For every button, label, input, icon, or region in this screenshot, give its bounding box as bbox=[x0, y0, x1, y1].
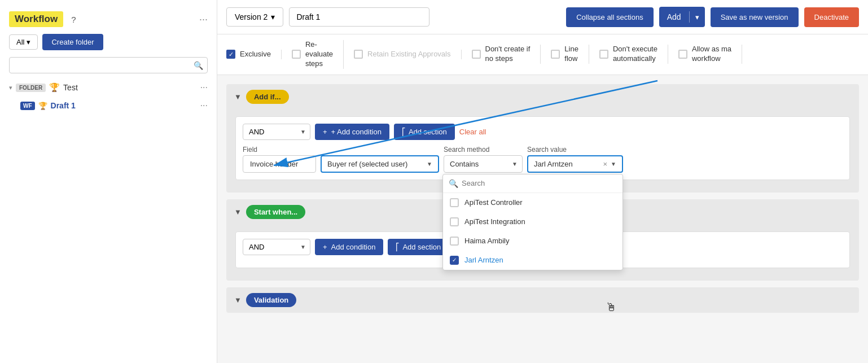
section-icon: ⎡ bbox=[402, 128, 406, 136]
add-button[interactable]: Add bbox=[659, 7, 689, 27]
add-if-section: ▼ Add if... AND OR bbox=[226, 84, 859, 193]
and-select-2[interactable]: AND OR bbox=[243, 239, 310, 255]
add-button-group: Add ▾ bbox=[659, 7, 705, 27]
option-line-flow: Lineflow bbox=[541, 45, 589, 64]
sidebar-dots-menu[interactable]: ··· bbox=[199, 14, 208, 25]
dropdown-item-apitest-controller[interactable]: ApiTest Controller bbox=[443, 193, 622, 212]
version-select-button[interactable]: Version 2 ▾ bbox=[226, 7, 283, 27]
option-allow-workflow: Allow as maworkflow bbox=[668, 45, 742, 64]
search-value-group: Search value Jarl Arntzen × ▼ 🔍 bbox=[527, 146, 623, 173]
version-chevron-icon: ▾ bbox=[271, 12, 275, 21]
search-method-label: Search method bbox=[444, 146, 523, 154]
plus-icon-2: + bbox=[323, 243, 327, 251]
search-method-chevron-icon: ▼ bbox=[512, 161, 518, 167]
dropdown-item-jarl-arntzen[interactable]: ✓ Jarl Arntzen bbox=[443, 251, 622, 270]
haima-ambily-checkbox[interactable] bbox=[450, 237, 459, 246]
validation-chevron-icon[interactable]: ▼ bbox=[234, 296, 242, 304]
line-flow-label: Lineflow bbox=[564, 45, 578, 64]
save-new-version-button[interactable]: Save as new version bbox=[711, 7, 799, 27]
dropdown-item-apitest-integration[interactable]: ApiTest Integration bbox=[443, 212, 622, 231]
retain-checkbox[interactable] bbox=[354, 50, 363, 59]
start-when-tag[interactable]: Start when... bbox=[246, 205, 305, 219]
add-dropdown-arrow[interactable]: ▾ bbox=[690, 7, 705, 27]
clear-value-icon[interactable]: × bbox=[603, 160, 608, 168]
start-when-chevron-icon[interactable]: ▼ bbox=[234, 208, 242, 216]
buyer-ref-chevron-icon: ▼ bbox=[427, 161, 432, 167]
search-method-select[interactable]: Contains ▼ bbox=[444, 155, 523, 173]
folder-item-test[interactable]: ▾ FOLDER 🏆 Test ··· bbox=[0, 78, 217, 97]
no-steps-checkbox[interactable] bbox=[472, 50, 481, 59]
jarl-arntzen-label: Jarl Arntzen bbox=[464, 256, 503, 264]
no-auto-checkbox[interactable] bbox=[599, 50, 608, 59]
add-condition-button[interactable]: + + Add condition bbox=[315, 124, 389, 140]
folder-chevron-icon: ▾ bbox=[9, 84, 12, 91]
add-if-section-body: AND OR + + Add condition ⎡ Add section bbox=[226, 110, 859, 193]
reevaluate-checkbox[interactable] bbox=[292, 50, 301, 59]
no-auto-label: Don't executeautomatically bbox=[613, 45, 657, 64]
jarl-arntzen-checkbox[interactable]: ✓ bbox=[450, 256, 459, 265]
add-if-chevron-icon[interactable]: ▼ bbox=[234, 93, 242, 101]
chevron-down-icon: ▾ bbox=[27, 38, 30, 46]
collapse-all-button[interactable]: Collapse all sections bbox=[566, 7, 654, 27]
and-select[interactable]: AND OR bbox=[243, 124, 310, 140]
dropdown-search-icon: 🔍 bbox=[449, 179, 458, 188]
help-icon[interactable]: ? bbox=[71, 15, 76, 24]
add-section-button-2[interactable]: ⎡ Add section bbox=[388, 239, 449, 255]
create-folder-button[interactable]: Create folder bbox=[42, 34, 103, 50]
search-input[interactable] bbox=[9, 57, 208, 73]
dropdown-search-bar: 🔍 bbox=[443, 174, 622, 193]
sidebar: Workflow ? ··· All ▾ Create folder 🔍 ▾ F… bbox=[0, 0, 217, 363]
validation-section: ▼ Validation bbox=[226, 287, 859, 313]
exclusive-checkbox[interactable]: ✓ bbox=[226, 50, 235, 59]
wf-badge: WF bbox=[20, 102, 35, 110]
exclusive-label: Exclusive bbox=[240, 50, 271, 59]
folder-badge: FOLDER bbox=[16, 84, 46, 92]
reevaluate-label: Re-evaluatesteps bbox=[305, 40, 333, 69]
apitest-controller-checkbox[interactable] bbox=[450, 198, 459, 207]
field-value[interactable]: Invoice header bbox=[243, 155, 316, 173]
options-row: ✓ Exclusive Re-evaluatesteps Retain Exis… bbox=[217, 34, 868, 75]
line-flow-checkbox[interactable] bbox=[551, 50, 560, 59]
validation-section-header: ▼ Validation bbox=[226, 287, 859, 313]
all-filter-button[interactable]: All ▾ bbox=[9, 34, 38, 50]
option-exclusive: ✓ Exclusive bbox=[226, 50, 282, 59]
folder-trophy-icon: 🏆 bbox=[49, 82, 60, 93]
add-if-tag[interactable]: Add if... bbox=[246, 90, 289, 104]
sidebar-header: Workflow ? ··· bbox=[0, 7, 217, 34]
option-reevaluate: Re-evaluatesteps bbox=[282, 40, 344, 69]
clear-all-button[interactable]: Clear all bbox=[459, 128, 486, 136]
main-area: Version 2 ▾ Collapse all sections Add ▾ … bbox=[217, 0, 868, 363]
allow-workflow-checkbox[interactable] bbox=[678, 50, 687, 59]
sidebar-controls: All ▾ Create folder bbox=[0, 34, 217, 57]
section-icon-2: ⎡ bbox=[396, 243, 400, 251]
workflow-dots-menu[interactable]: ··· bbox=[200, 100, 208, 111]
condition-row-1: AND OR + + Add condition ⎡ Add section bbox=[243, 124, 843, 140]
dropdown-item-haima-ambily[interactable]: Haima Ambily bbox=[443, 231, 622, 251]
deactivate-button[interactable]: Deactivate bbox=[804, 7, 859, 27]
and-select-wrap-2: AND OR bbox=[243, 239, 310, 255]
add-section-button-1[interactable]: ⎡ Add section bbox=[394, 124, 455, 140]
option-no-steps: Don't create ifno steps bbox=[462, 45, 541, 64]
plus-icon: + bbox=[323, 128, 327, 136]
folder-dots-menu[interactable]: ··· bbox=[200, 82, 208, 93]
dropdown-search-input[interactable] bbox=[462, 179, 617, 187]
apitest-integration-checkbox[interactable] bbox=[450, 217, 459, 226]
search-value-label: Search value bbox=[527, 146, 623, 154]
workflow-item-draft1[interactable]: WF 🏆 Draft 1 ··· bbox=[0, 97, 217, 114]
validation-tag[interactable]: Validation bbox=[246, 293, 296, 307]
search-method-group: Search method Contains ▼ bbox=[444, 146, 523, 173]
chevron-down-icon: ▾ bbox=[695, 13, 699, 21]
field-row: Field Invoice header . Buyer ref (select… bbox=[243, 146, 843, 173]
field-label: Field bbox=[243, 146, 316, 154]
draft-name-input[interactable] bbox=[289, 7, 429, 27]
add-condition-button-2[interactable]: + Add condition bbox=[315, 239, 383, 255]
retain-label: Retain Existing Approvals bbox=[367, 50, 450, 59]
no-steps-label: Don't create ifno steps bbox=[485, 45, 531, 64]
apitest-controller-label: ApiTest Controller bbox=[464, 198, 523, 207]
sidebar-title: Workflow bbox=[9, 11, 63, 27]
and-select-wrap: AND OR bbox=[243, 124, 310, 140]
content-area: ▼ Add if... AND OR bbox=[217, 75, 868, 363]
buyer-ref-select[interactable]: Buyer ref (selected user) ▼ bbox=[321, 155, 439, 173]
search-value-input[interactable]: Jarl Arntzen × ▼ bbox=[527, 155, 623, 173]
version-label: Version 2 bbox=[235, 12, 268, 21]
